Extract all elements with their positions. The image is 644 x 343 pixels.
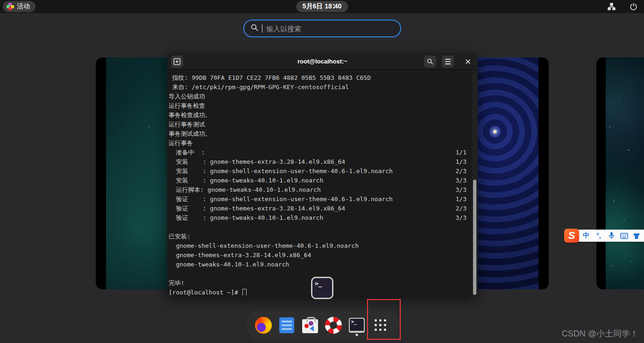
terminal-lines: 指纹: 99DB 70FA E1D7 CE22 7FB6 4882 05B5 5… [169,73,468,288]
annotation-red-box [367,299,401,340]
terminal-app-badge[interactable]: >_ [311,277,333,299]
terminal-line: 验证 : gnome-themes-extra-3.28-14.el9.x86_… [169,204,468,213]
dock-item-software[interactable] [302,315,318,336]
terminal-line: 事务测试成功。 [169,129,468,139]
firefox-icon [255,317,272,334]
terminal-badge-glyph: >_ [312,278,332,298]
terminal-search-button[interactable] [424,56,436,68]
software-icon [302,319,318,333]
search-box[interactable] [243,20,401,37]
power-icon[interactable] [630,3,637,11]
ime-bar: 中 °, [577,230,644,242]
clock-label: 5月6日 18∶40 [303,2,341,11]
skin-icon[interactable] [632,231,641,241]
scrollbar-thumb[interactable] [473,180,476,295]
terminal-icon: >_ [349,318,365,333]
search-input[interactable] [266,25,394,33]
hamburger-menu-button[interactable] [442,56,454,68]
sogou-logo-icon[interactable]: S [564,229,579,243]
dock-item-firefox[interactable] [255,315,272,336]
terminal-line: 导入公钥成功 [169,92,468,101]
terminal-line: 运行脚本: gnome-tweaks-40.10-1.el9.noarch3/3 [169,185,468,195]
terminal-line [169,223,468,232]
terminal-line: 安装 : gnome-tweaks-40.10-1.el9.noarch3/3 [169,176,468,185]
terminal-window[interactable]: root@localhost:~ 指纹: 99DB 70FA E1D7 CE22… [167,53,478,295]
terminal-line: gnome-tweaks-40.10-1.el9.noarch [169,260,468,269]
terminal-line: 验证 : gnome-tweaks-40.10-1.el9.noarch3/3 [169,213,468,223]
terminal-line: 事务检查成功。 [169,111,468,120]
dock-item-files[interactable] [278,315,295,336]
running-indicator-dot [356,334,358,336]
help-icon [325,317,342,334]
clock-button[interactable]: 5月6日 18∶40 [296,1,348,12]
network-tree-icon[interactable] [608,3,616,10]
text-caret [262,24,262,33]
terminal-titlebar[interactable]: root@localhost:~ [167,53,478,70]
terminal-line: gnome-shell-extension-user-theme-40.6-1.… [169,241,468,251]
workspace-preview-next[interactable] [596,57,644,289]
scrollbar-track[interactable] [472,70,478,295]
dock-item-help[interactable] [325,315,342,336]
top-bar: 活动 5月6日 18∶40 [0,0,644,13]
ime-toolbar: S 中 °, [564,229,644,243]
watermark: CSDN @小土同学！ [562,328,638,339]
window-title: root@localhost:~ [297,58,347,65]
terminal-line: 运行事务测试 [169,120,468,129]
shell-prompt: [root@localhost ~]# [169,288,242,295]
new-tab-button[interactable] [171,56,183,68]
terminal-line: 已安装: [169,232,468,241]
terminal-line: 运行事务检查 [169,101,468,111]
hamburger-icon [445,59,451,64]
activities-button[interactable]: 活动 [3,1,35,12]
close-button[interactable] [462,56,474,68]
terminal-line: 安装 : gnome-shell-extension-user-theme-40… [169,167,468,176]
terminal-line: 来自: /etc/pki/rpm-gpg/RPM-GPG-KEY-centoso… [169,83,468,92]
ime-punctuation-button[interactable]: °, [594,231,603,241]
terminal-line: 指纹: 99DB 70FA E1D7 CE22 7FB6 4882 05B5 5… [169,73,468,83]
block-cursor [242,289,247,295]
system-tray [608,0,644,13]
files-icon [279,317,294,333]
terminal-line: 准备中 :1/1 [169,148,468,157]
terminal-line: 安装 : gnome-themes-extra-3.28-14.el9.x86_… [169,157,468,167]
mic-icon[interactable] [607,231,616,241]
input-method-flower-icon [7,3,14,10]
activities-label: 活动 [17,2,30,11]
ime-mode-button[interactable]: 中 [582,231,590,241]
desktop-wallpaper-next [606,57,644,289]
search-icon [251,24,258,33]
dock-item-terminal[interactable]: >_ [348,315,365,336]
terminal-line: gnome-themes-extra-3.28-14.el9.x86_64 [169,251,468,260]
keyboard-icon[interactable] [620,231,628,241]
terminal-line: 验证 : gnome-shell-extension-user-theme-40… [169,195,468,204]
terminal-line: 运行事务 [169,139,468,148]
terminal-output[interactable]: 指纹: 99DB 70FA E1D7 CE22 7FB6 4882 05B5 5… [167,70,478,295]
